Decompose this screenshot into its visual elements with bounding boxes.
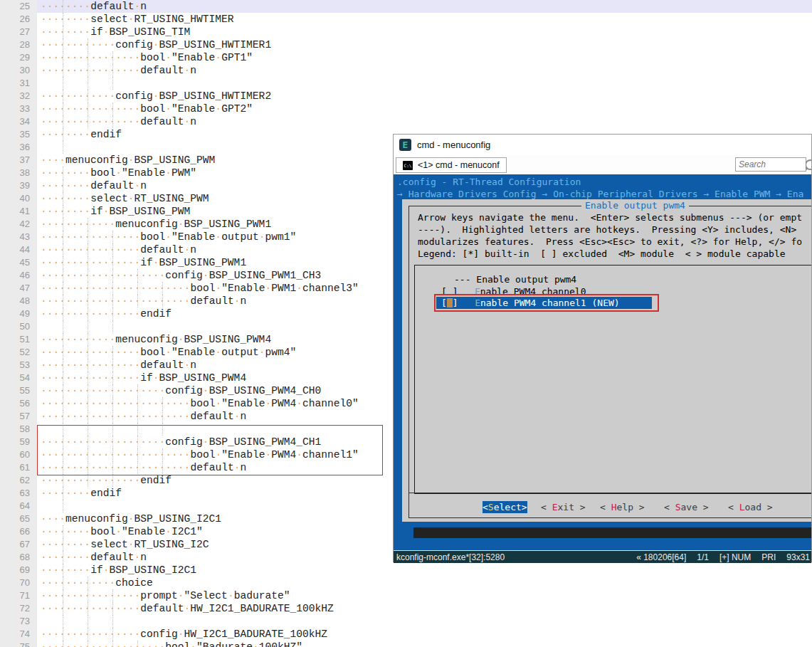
menu-listbox[interactable]: --- Enable output pwm4[ ] Enable PWM4 ch…	[414, 265, 811, 494]
line-number: 45	[0, 256, 37, 269]
search-icon[interactable]	[806, 159, 811, 170]
line-number: 58	[0, 423, 37, 436]
dialog-help-line: ----). Highlighted letters are hotkeys. …	[418, 223, 796, 236]
line-number: 41	[0, 205, 37, 218]
line-number: 71	[0, 589, 37, 602]
line-number: 61	[0, 461, 37, 474]
line-number: 68	[0, 551, 37, 564]
status-bar: kconfig-mconf.exe*[32]:5280 « 180206[64]…	[394, 550, 811, 563]
status-process: kconfig-mconf.exe*[32]:5280	[396, 552, 505, 562]
conemu-icon: E	[399, 139, 411, 151]
editor-line[interactable]: 33················bool·"Enable·GPT2"	[0, 102, 812, 115]
console-area: .config - RT-Thread Configuration → Hard…	[394, 174, 811, 550]
line-number: 57	[0, 410, 37, 423]
window-title: cmd - menuconfig	[417, 140, 490, 150]
line-number: 63	[0, 487, 37, 500]
editor-line[interactable]: 29················bool·"Enable·GPT1"	[0, 51, 812, 64]
editor-line[interactable]: 25········default·n	[0, 0, 812, 13]
line-number: 75	[0, 641, 37, 647]
editor-line[interactable]: 27········if·BSP_USING_TIM	[0, 26, 812, 38]
cmd-icon: C:\	[403, 161, 413, 170]
line-number: 69	[0, 564, 37, 577]
button-exit[interactable]: < Exit >	[541, 501, 586, 513]
editor-line[interactable]: 30················default·n	[0, 64, 812, 77]
dialog-help-line: Arrow keys navigate the menu. <Enter> se…	[418, 211, 802, 223]
line-number: 66	[0, 525, 37, 538]
editor-line[interactable]: 31	[0, 77, 812, 90]
line-number: 26	[0, 13, 37, 26]
status-indicators: « 180206[64]1/1[+] NUMPRI93x31	[636, 552, 810, 562]
editor-line[interactable]: 73	[0, 615, 812, 628]
line-number: 31	[0, 77, 37, 90]
status-segment: [+] NUM	[719, 552, 751, 562]
breadcrumb: → Hardware Drivers Config → On-chip Peri…	[397, 188, 803, 200]
screen: 25········default·n26········select·RT_U…	[0, 0, 812, 647]
line-number: 56	[0, 397, 37, 410]
line-number: 40	[0, 192, 37, 205]
line-number: 53	[0, 359, 37, 372]
tab-bar: C:\ <1> cmd - menuconf	[394, 155, 811, 174]
editor-line[interactable]: 26········select·RT_USING_HWTIMER	[0, 13, 812, 26]
line-number: 74	[0, 628, 37, 641]
dialog-help-line: modularizes features. Press <Esc><Esc> t…	[418, 236, 802, 248]
tab-label: <1> cmd - menuconf	[418, 160, 500, 170]
dialog-legend: Legend: [*] built-in [ ] excluded <M> mo…	[418, 248, 786, 260]
line-number: 33	[0, 102, 37, 115]
editor-line[interactable]: 32············config·BSP_USING_HWTIMER2	[0, 90, 812, 102]
editor-line[interactable]: 74················config·HW_I2C1_BADURAT…	[0, 628, 812, 641]
editor-line[interactable]: 28············config·BSP_USING_HWTIMER1	[0, 38, 812, 51]
conemu-window: E cmd - menuconfig C:\ <1> cmd - menucon…	[393, 134, 812, 562]
dialog-shadow	[413, 527, 811, 538]
line-number: 30	[0, 64, 37, 77]
line-number: 51	[0, 333, 37, 346]
line-number: 46	[0, 269, 37, 282]
search-input[interactable]	[735, 157, 806, 172]
line-number: 28	[0, 38, 37, 51]
line-number: 55	[0, 384, 37, 397]
button-help[interactable]: < Help >	[600, 501, 645, 513]
line-number: 64	[0, 500, 37, 512]
line-number: 43	[0, 231, 37, 243]
line-number: 47	[0, 282, 37, 295]
menuconfig-dialog: Enable output pwm4 Arrow keys navigate t…	[402, 199, 811, 522]
line-number: 37	[0, 154, 37, 167]
line-number: 52	[0, 346, 37, 359]
line-number: 73	[0, 615, 37, 628]
line-number: 38	[0, 167, 37, 179]
status-segment: 93x31	[786, 552, 810, 562]
line-number: 32	[0, 90, 37, 102]
editor-line[interactable]: 71················prompt·"Select·badurat…	[0, 589, 812, 602]
button-separator	[408, 493, 811, 493]
status-segment: 1/1	[697, 552, 709, 562]
button-select[interactable]: <Select>	[483, 501, 527, 513]
line-number: 54	[0, 372, 37, 384]
tab-cmd-menuconf[interactable]: C:\ <1> cmd - menuconf	[396, 157, 507, 173]
line-number: 60	[0, 448, 37, 461]
editor-line[interactable]: 75····················bool·"Badurate·100…	[0, 641, 812, 647]
line-number: 49	[0, 307, 37, 320]
line-number: 29	[0, 51, 37, 64]
line-number: 50	[0, 320, 37, 333]
button-load[interactable]: < Load >	[728, 501, 773, 513]
line-number: 62	[0, 474, 37, 487]
window-titlebar[interactable]: E cmd - menuconfig	[394, 135, 811, 155]
menu-item-selected[interactable]: [] Enable PWM4 channel1 (NEW)	[436, 297, 652, 309]
line-number: 72	[0, 602, 37, 615]
console-header: .config - RT-Thread Configuration	[397, 176, 581, 188]
menu-item[interactable]: [ ] Enable PWM4 channel0	[441, 285, 586, 298]
editor-line[interactable]: 69········if·BSP_USING_I2C1	[0, 564, 812, 577]
line-number: 70	[0, 577, 37, 589]
line-number: 44	[0, 243, 37, 256]
line-number: 25	[0, 0, 37, 13]
editor-line[interactable]: 34················default·n	[0, 115, 812, 128]
line-number: 27	[0, 26, 37, 38]
button-save[interactable]: < Save >	[664, 501, 709, 513]
editor-line[interactable]: 72················default·HW_I2C1_BADURA…	[0, 602, 812, 615]
status-segment: « 180206[64]	[636, 552, 686, 562]
line-number: 34	[0, 115, 37, 128]
line-number: 48	[0, 295, 37, 307]
line-number: 39	[0, 179, 37, 192]
editor-line[interactable]: 70············choice	[0, 577, 812, 589]
line-number: 42	[0, 218, 37, 231]
status-segment: PRI	[761, 552, 776, 562]
